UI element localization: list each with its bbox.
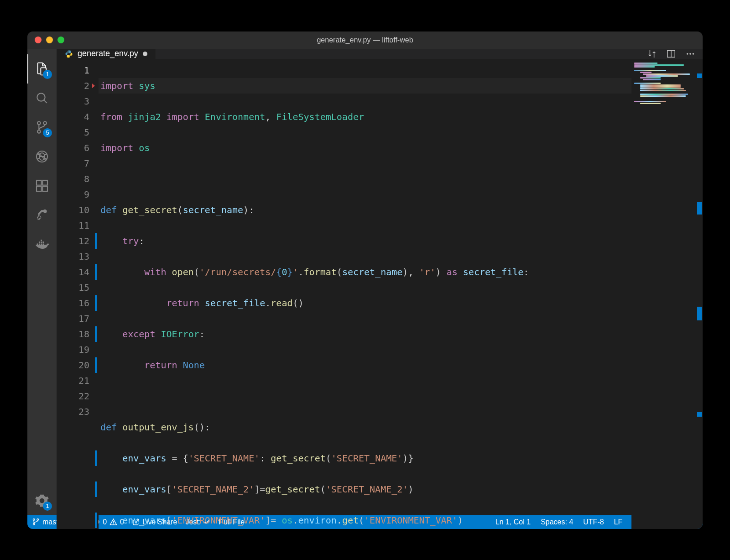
editor-group: generate_env.py 1 xyxy=(57,49,703,515)
svg-point-3 xyxy=(37,121,41,125)
activity-search[interactable] xyxy=(27,84,57,113)
line-number: 23 xyxy=(57,404,89,419)
dirty-indicator-icon xyxy=(143,52,147,56)
git-modified-indicator xyxy=(95,357,97,373)
code-line xyxy=(99,171,631,187)
svg-point-2 xyxy=(43,121,47,125)
line-number: 15 xyxy=(57,280,89,295)
git-modified-indicator xyxy=(95,295,97,311)
svg-point-19 xyxy=(689,53,691,55)
svg-point-20 xyxy=(693,53,694,55)
svg-rect-15 xyxy=(42,180,47,185)
activity-source-control[interactable]: 5 xyxy=(27,113,57,142)
activity-bar: 1 5 1 xyxy=(27,49,57,515)
activity-debug[interactable] xyxy=(27,142,57,171)
activity-explorer[interactable]: 1 xyxy=(27,54,57,84)
close-window-button[interactable] xyxy=(35,37,42,43)
line-number: 7 xyxy=(57,156,89,171)
editor[interactable]: 1 2 3 4 5 6 7 8 9 10 11 12 13 14 15 16 1 xyxy=(57,59,703,529)
split-editor-icon xyxy=(666,49,676,59)
tab-bar: generate_env.py xyxy=(57,49,703,59)
activity-settings[interactable]: 1 xyxy=(27,486,57,515)
code-area[interactable]: import sys from jinja2 import Environmen… xyxy=(99,59,631,529)
vscode-window: generate_env.py — liftoff-web 1 5 xyxy=(27,31,703,529)
line-number: 12 xyxy=(57,233,89,249)
line-number: 17 xyxy=(57,311,89,326)
git-modified-indicator xyxy=(95,481,97,497)
code-line: import sys xyxy=(99,78,631,94)
code-line: env_vars['SECRET_NAME_2']=get_secret('SE… xyxy=(99,481,631,497)
line-number: 5 xyxy=(57,125,89,140)
activity-docker[interactable] xyxy=(27,230,57,259)
fold-arrow-icon[interactable] xyxy=(92,84,95,88)
line-number: 6 xyxy=(57,140,89,156)
code-line: import os xyxy=(99,140,631,156)
line-number: 13 xyxy=(57,249,89,264)
extensions-icon xyxy=(35,178,49,193)
line-number: 10 xyxy=(57,202,89,218)
line-number: 19 xyxy=(57,342,89,357)
svg-line-8 xyxy=(37,158,39,159)
svg-line-10 xyxy=(45,158,47,159)
activity-extensions[interactable] xyxy=(27,171,57,200)
line-number: 11 xyxy=(57,218,89,233)
overview-ruler[interactable] xyxy=(695,59,703,529)
line-number: 16 xyxy=(57,295,89,311)
code-line: except IOError: xyxy=(99,326,631,342)
activity-liveshare[interactable] xyxy=(27,200,57,230)
more-actions-button[interactable] xyxy=(685,49,695,59)
svg-rect-12 xyxy=(36,180,42,185)
liveshare-icon xyxy=(35,208,49,222)
titlebar: generate_env.py — liftoff-web xyxy=(27,31,703,49)
code-line: def get_secret(secret_name): xyxy=(99,202,631,218)
line-number: 2 xyxy=(57,78,89,94)
python-file-icon xyxy=(65,50,73,58)
git-modified-indicator xyxy=(95,326,97,342)
git-modified-indicator xyxy=(95,450,97,466)
search-icon xyxy=(35,91,49,105)
compare-changes-button[interactable] xyxy=(647,49,657,59)
code-line: env_vars['ENVIRONMENT_VAR']= os.environ.… xyxy=(99,513,631,528)
traffic-lights xyxy=(27,37,64,43)
window-body: 1 5 1 xyxy=(27,49,703,515)
svg-point-23 xyxy=(37,519,39,521)
minimap[interactable] xyxy=(631,59,695,529)
settings-badge: 1 xyxy=(43,502,52,511)
line-number: 21 xyxy=(57,373,89,388)
svg-point-18 xyxy=(687,53,688,55)
window-title: generate_env.py — liftoff-web xyxy=(27,36,703,44)
maximize-window-button[interactable] xyxy=(57,37,64,43)
svg-rect-13 xyxy=(36,186,42,191)
line-number: 22 xyxy=(57,388,89,404)
minimize-window-button[interactable] xyxy=(46,37,53,43)
tab-generate-env[interactable]: generate_env.py xyxy=(57,49,156,59)
line-number: 4 xyxy=(57,109,89,125)
line-number: 18 xyxy=(57,326,89,342)
ellipsis-icon xyxy=(685,49,695,59)
code-line: from jinja2 import Environment, FileSyst… xyxy=(99,109,631,125)
docker-icon xyxy=(34,236,50,252)
svg-point-4 xyxy=(37,130,41,133)
compare-icon xyxy=(647,49,657,59)
code-line: try: xyxy=(99,233,631,249)
line-number: 14 xyxy=(57,264,89,280)
scm-badge: 5 xyxy=(43,128,52,137)
split-editor-button[interactable] xyxy=(666,49,676,59)
svg-point-21 xyxy=(33,519,35,521)
code-line: return None xyxy=(99,357,631,373)
git-modified-indicator xyxy=(95,233,97,249)
svg-line-9 xyxy=(45,154,47,154)
line-number: 20 xyxy=(57,357,89,373)
tab-filename: generate_env.py xyxy=(78,49,138,58)
git-modified-indicator xyxy=(95,513,97,528)
line-number: 8 xyxy=(57,171,89,187)
line-number-gutter: 1 2 3 4 5 6 7 8 9 10 11 12 13 14 15 16 1 xyxy=(57,59,99,529)
explorer-badge: 1 xyxy=(43,70,52,79)
code-line: return secret_file.read() xyxy=(99,295,631,311)
git-modified-indicator xyxy=(95,264,97,280)
svg-point-0 xyxy=(37,93,45,101)
svg-line-7 xyxy=(37,154,39,154)
line-number: 1 xyxy=(57,63,89,78)
tab-actions xyxy=(647,49,703,59)
svg-line-1 xyxy=(44,100,47,103)
